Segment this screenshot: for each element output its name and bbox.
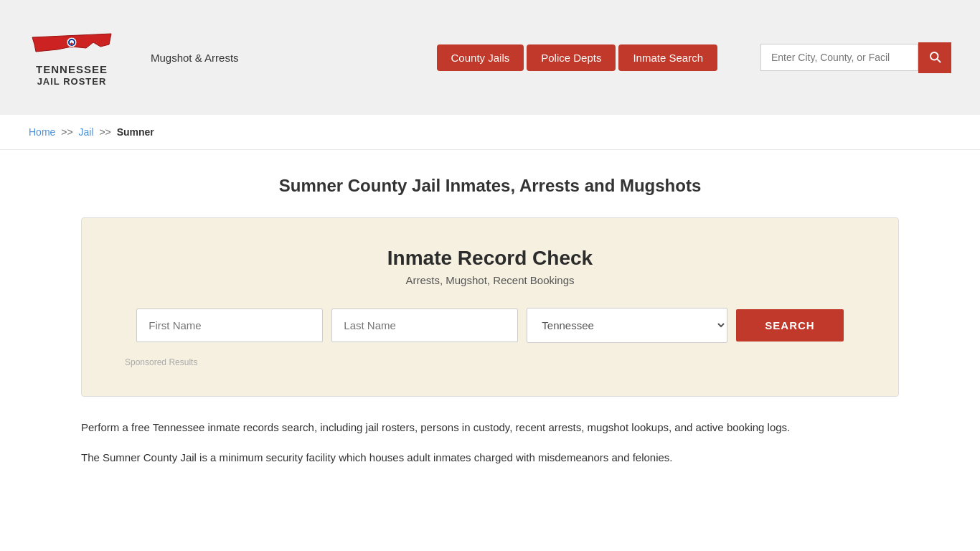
last-name-input[interactable]: [331, 309, 518, 342]
header: ★ TENNESSEE JAIL ROSTER Mugshot & Arrest…: [0, 0, 980, 115]
mugshot-arrests-link[interactable]: Mugshot & Arrests: [151, 52, 239, 64]
nav-buttons: County Jails Police Depts Inmate Search: [437, 44, 717, 71]
inmate-search-button[interactable]: Inmate Search: [618, 44, 717, 71]
main-content: Sumner County Jail Inmates, Arrests and …: [0, 150, 980, 492]
header-search-input[interactable]: [760, 44, 918, 71]
breadcrumb: Home >> Jail >> Sumner: [0, 115, 980, 150]
body-paragraph-2: The Sumner County Jail is a minimum secu…: [81, 448, 899, 467]
breadcrumb-home-link[interactable]: Home: [29, 126, 55, 138]
breadcrumb-jail-link[interactable]: Jail: [79, 126, 94, 138]
header-search-button[interactable]: [918, 42, 951, 73]
breadcrumb-sep2: >>: [99, 126, 110, 138]
county-jails-button[interactable]: County Jails: [437, 44, 524, 71]
breadcrumb-sep1: >>: [61, 126, 72, 138]
sponsored-label: Sponsored Results: [125, 357, 855, 367]
header-search-bar: [760, 42, 951, 73]
body-text: Perform a free Tennessee inmate records …: [81, 418, 899, 466]
inmate-search-button[interactable]: SEARCH: [736, 309, 843, 342]
search-icon: [928, 50, 941, 63]
breadcrumb-current: Sumner: [117, 126, 154, 138]
svg-line-6: [937, 59, 940, 62]
state-select[interactable]: Tennessee Alabama Alaska Arizona Arkansa…: [527, 308, 727, 343]
tennessee-map-icon: ★: [29, 27, 115, 62]
first-name-input[interactable]: [136, 309, 323, 342]
record-check-box: Inmate Record Check Arrests, Mugshot, Re…: [81, 217, 899, 397]
inmate-search-form: Tennessee Alabama Alaska Arizona Arkansa…: [125, 308, 855, 343]
police-depts-button[interactable]: Police Depts: [527, 44, 616, 71]
body-paragraph-1: Perform a free Tennessee inmate records …: [81, 418, 899, 437]
logo-link[interactable]: ★ TENNESSEE JAIL ROSTER: [29, 27, 115, 88]
record-check-subtitle: Arrests, Mugshot, Recent Bookings: [125, 274, 855, 286]
logo-text: TENNESSEE JAIL ROSTER: [36, 62, 108, 88]
record-check-title: Inmate Record Check: [125, 247, 855, 270]
page-title: Sumner County Jail Inmates, Arrests and …: [29, 176, 951, 196]
